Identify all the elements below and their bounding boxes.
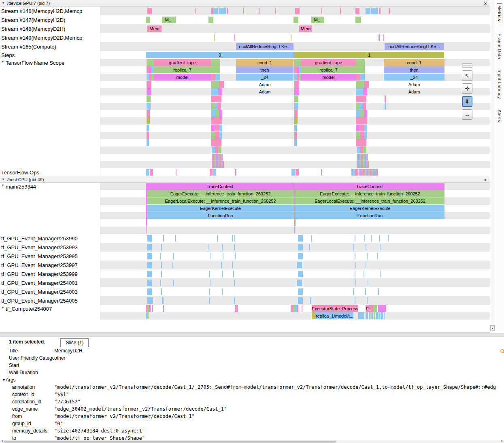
trace-slice[interactable] (291, 169, 295, 176)
trace-slice[interactable] (243, 8, 244, 14)
trace-slice[interactable] (389, 8, 390, 14)
trace-slice[interactable] (211, 139, 221, 146)
trace-slice[interactable] (379, 34, 380, 41)
trace-slice[interactable] (221, 262, 222, 268)
trace-slice[interactable] (378, 288, 379, 295)
trace-slice[interactable] (366, 262, 366, 268)
trace-slice[interactable]: ncclAllReduceRingLLKe... (236, 43, 293, 50)
trace-slice[interactable] (309, 244, 310, 250)
trace-slice[interactable] (356, 59, 365, 66)
trace-slice[interactable] (310, 297, 311, 304)
trace-slice[interactable] (147, 88, 151, 95)
trace-slice[interactable]: Adam (388, 81, 440, 88)
trace-slice[interactable] (366, 244, 366, 250)
trace-slice[interactable] (211, 88, 218, 95)
trace-slice[interactable] (366, 312, 373, 319)
trace-slice[interactable] (356, 74, 360, 81)
trace-slice[interactable] (160, 280, 161, 286)
trace-slice[interactable]: ncclAllReduceRingLLKe... (385, 43, 444, 50)
trace-slice[interactable]: then (384, 66, 444, 73)
trace-slice[interactable] (213, 169, 216, 176)
trace-slice[interactable] (360, 132, 364, 139)
trace-slice[interactable] (366, 8, 370, 14)
trace-slice[interactable] (302, 305, 302, 312)
trace-slice[interactable] (147, 59, 154, 66)
trace-slice[interactable] (298, 235, 303, 242)
row-label-stream-147[interactable]: Stream #147(MemcpyH2D) (0, 15, 100, 24)
trace-slice[interactable] (211, 74, 215, 81)
row-label-tf-gpu-event-manager-253990[interactable]: tf_GPU_Event_Manager/253990 (0, 234, 100, 243)
trace-slice[interactable] (376, 312, 385, 319)
trace-slice[interactable] (368, 280, 368, 286)
trace-slice[interactable] (311, 235, 312, 242)
trace-slice[interactable] (360, 110, 364, 117)
trace-slice[interactable] (211, 8, 213, 14)
trace-slice[interactable] (275, 8, 276, 14)
row-label-stream-148[interactable]: Stream #148(MemcpyD2H) (0, 24, 100, 33)
trace-slice[interactable]: FunctionRun (296, 212, 444, 219)
trace-slice[interactable] (147, 139, 149, 146)
row-label-stream-146[interactable]: Stream #146(MemcpyH2D,Memcp (0, 6, 100, 15)
trace-slice[interactable] (218, 146, 221, 153)
trace-slice[interactable] (146, 227, 147, 233)
trace-slice[interactable] (147, 271, 152, 277)
trace-slice[interactable] (211, 117, 222, 124)
trace-slice[interactable] (146, 169, 149, 176)
trace-slice[interactable] (373, 305, 377, 312)
trace-slice[interactable] (214, 103, 217, 110)
trace-slice[interactable]: EagerExecute: __inference_train_function… (296, 190, 444, 197)
trace-slice[interactable] (259, 8, 259, 14)
trace-slice[interactable] (235, 305, 236, 312)
trace-slice[interactable]: EagerLocalExecute: __inference_train_fun… (147, 197, 294, 204)
scrollbar-thumb[interactable] (4, 441, 336, 443)
trace-slice[interactable] (377, 253, 378, 259)
trace-slice[interactable] (211, 110, 215, 117)
trace-slice[interactable] (367, 297, 368, 304)
trace-slice[interactable] (215, 146, 218, 153)
trace-slice[interactable] (211, 253, 211, 259)
trace-slice[interactable] (219, 132, 222, 139)
trace-slice[interactable] (218, 88, 222, 95)
sidebar-tab-input-latency[interactable]: Input Latency (497, 70, 502, 99)
trace-slice[interactable] (219, 125, 222, 131)
trace-slice[interactable] (150, 169, 153, 176)
trace-slice[interactable]: 1 (294, 52, 444, 58)
trace-slice[interactable] (149, 305, 151, 312)
trace-slice[interactable] (294, 132, 297, 139)
trace-slice[interactable] (294, 110, 298, 117)
trace-slice[interactable] (364, 110, 367, 117)
trace-slice[interactable]: M... (162, 17, 176, 23)
trace-slice[interactable] (294, 125, 297, 131)
trace-slice[interactable] (379, 235, 380, 242)
trace-slice[interactable] (147, 125, 149, 131)
trace-slice[interactable] (357, 161, 369, 168)
trace-slice[interactable] (359, 169, 378, 176)
trace-slice[interactable] (360, 146, 363, 153)
trace-slice[interactable] (222, 244, 223, 250)
row-label-stream-165[interactable]: Stream #165(Compute) (0, 42, 100, 51)
trace-slice[interactable] (172, 262, 173, 268)
trace-slice[interactable] (163, 305, 164, 312)
trace-slice[interactable] (379, 8, 381, 14)
trace-slice[interactable] (359, 125, 364, 131)
trace-slice[interactable]: model (301, 74, 356, 81)
trace-slice[interactable] (215, 74, 220, 81)
trace-slice[interactable] (363, 146, 366, 153)
trace-slice[interactable] (364, 271, 364, 277)
trace-slice[interactable] (295, 8, 300, 14)
trace-slice[interactable] (371, 8, 378, 14)
trace-slice[interactable] (146, 219, 147, 226)
trace-slice[interactable]: _24 (384, 74, 444, 81)
trace-slice[interactable] (364, 81, 369, 88)
trace-slice[interactable] (209, 297, 210, 304)
trace-slice[interactable] (146, 312, 147, 319)
row-label-steps[interactable]: Steps (0, 51, 100, 59)
trace-slice[interactable] (298, 244, 303, 250)
trace-slice[interactable]: Adam (388, 88, 440, 95)
trace-slice[interactable] (215, 132, 219, 139)
trace-slice[interactable]: 0 (146, 52, 294, 58)
trace-slice[interactable] (160, 253, 161, 259)
row-label-tf-gpu-event-manager-254003[interactable]: tf_GPU_Event_Manager/254003 (0, 287, 100, 296)
trace-slice[interactable] (212, 161, 224, 168)
row-label-tf-compute-254007[interactable]: ▼tf_Compute/254007 (0, 305, 100, 320)
